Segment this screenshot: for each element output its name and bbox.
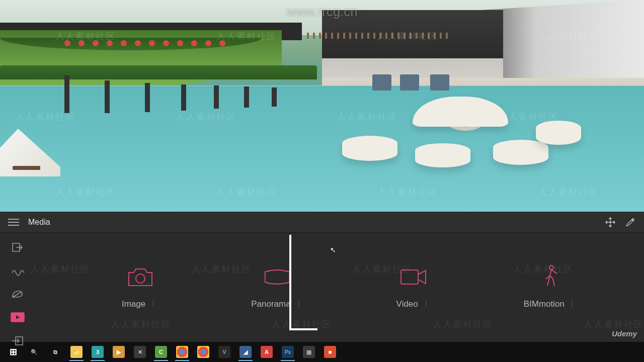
media-panel: ↖ Image〉 Panorama〉 Video〉 BIMmotion〉 — [0, 233, 644, 342]
leaf-icon[interactable] — [11, 289, 25, 299]
scene-pillar — [145, 83, 150, 112]
taskbar-chrome2[interactable] — [193, 343, 213, 361]
taskbar-app-grid[interactable]: ▦ — [299, 343, 319, 361]
camera-icon — [126, 266, 154, 288]
taskbar-app-x[interactable]: ✕ — [130, 343, 150, 361]
video-option[interactable]: Video〉 — [396, 266, 431, 309]
side-icon-strip — [0, 233, 35, 342]
media-options-area: ↖ Image〉 Panorama〉 Video〉 BIMmotion〉 — [35, 233, 644, 342]
path-icon[interactable] — [11, 266, 25, 276]
start-button[interactable]: ⊞ — [3, 343, 23, 361]
taskbar-explorer[interactable]: 📁 — [66, 343, 87, 361]
panorama-icon — [263, 266, 291, 288]
scene-seating — [397, 101, 528, 156]
udemy-brand: Udemy — [612, 329, 637, 338]
taskbar-app-red[interactable]: ■ — [320, 343, 340, 361]
chevron-right-icon: 〉 — [297, 300, 304, 309]
svg-rect-2 — [401, 270, 418, 284]
3d-viewport[interactable]: www.rrcg.cn 人人素材社区 人人素材社区 人人素材社区 人人素材社区 … — [0, 0, 644, 212]
chevron-right-icon: 〉 — [424, 300, 431, 309]
scene-pillar — [244, 86, 249, 108]
move-tool-icon[interactable] — [605, 217, 616, 228]
taskbar-autocad[interactable]: A — [257, 343, 277, 361]
scene-chair — [430, 74, 449, 90]
scene-hedge — [0, 65, 317, 79]
bimmotion-option[interactable]: BIMmotion〉 — [524, 266, 578, 309]
chevron-right-icon: 〉 — [151, 300, 158, 309]
walk-icon — [536, 266, 565, 288]
taskbar-camtasia[interactable]: C — [151, 343, 171, 361]
taskbar-photoshop[interactable]: Ps — [278, 343, 298, 361]
svg-point-3 — [549, 265, 553, 269]
video-icon — [399, 266, 428, 288]
scene-chair — [400, 74, 419, 90]
scene-pergola — [307, 33, 448, 39]
scene-pillar — [272, 87, 277, 107]
taskbar-player[interactable]: ▶ — [109, 343, 129, 361]
scene-pillar — [181, 84, 186, 111]
cursor-icon: ↖ — [330, 246, 336, 254]
eyedropper-tool-icon[interactable] — [625, 217, 636, 228]
svg-point-1 — [136, 274, 145, 283]
scene-chair — [372, 74, 391, 90]
windows-taskbar: ⊞ 🔍 ⧉ 📁 3 ▶ ✕ C V ◢ A Ps ▦ ■ — [0, 342, 644, 362]
scene-flowers — [60, 39, 242, 48]
menu-hamburger-icon[interactable] — [8, 219, 19, 226]
media-icon[interactable] — [11, 312, 25, 322]
media-label: BIMmotion — [524, 299, 565, 309]
scene-pillar — [64, 75, 69, 113]
panel-toolbar: Media — [0, 212, 644, 233]
scene-pillar — [214, 85, 219, 109]
taskview-button[interactable]: ⧉ — [45, 343, 65, 361]
panel-title: Media — [28, 218, 50, 227]
scene-pillar — [105, 80, 110, 113]
media-label: Panorama — [251, 299, 290, 309]
panorama-option[interactable]: Panorama〉 — [251, 266, 303, 309]
image-option[interactable]: Image〉 — [122, 266, 158, 309]
search-button[interactable]: 🔍 — [24, 343, 44, 361]
taskbar-3dsmax[interactable]: 3 — [88, 343, 108, 361]
media-label: Image — [122, 299, 145, 309]
taskbar-sketchup[interactable]: ◢ — [235, 343, 256, 361]
chevron-right-icon: 〉 — [571, 300, 578, 309]
media-label: Video — [396, 299, 418, 309]
taskbar-chrome[interactable] — [172, 343, 192, 361]
taskbar-vray[interactable]: V — [214, 343, 234, 361]
import-icon[interactable] — [11, 242, 25, 253]
scene-lounger — [13, 166, 40, 170]
